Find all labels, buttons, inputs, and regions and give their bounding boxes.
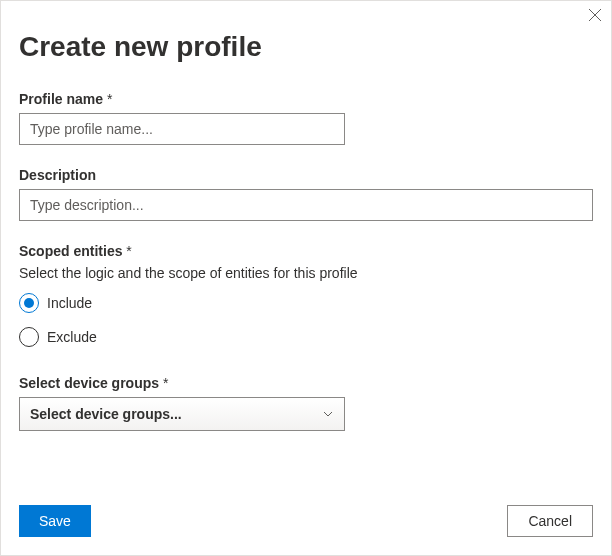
profile-name-input[interactable] xyxy=(19,113,345,145)
device-groups-dropdown[interactable]: Select device groups... xyxy=(19,397,345,431)
scoped-entities-help: Select the logic and the scope of entiti… xyxy=(19,265,593,281)
radio-dot-icon xyxy=(24,298,34,308)
description-label: Description xyxy=(19,167,593,183)
dialog-footer: Save Cancel xyxy=(19,505,593,537)
profile-name-field-group: Profile name xyxy=(19,91,593,145)
close-icon xyxy=(588,8,602,22)
dropdown-placeholder: Select device groups... xyxy=(30,406,182,422)
create-profile-dialog: Create new profile Profile name Descript… xyxy=(0,0,612,556)
device-groups-label: Select device groups xyxy=(19,375,593,391)
device-groups-field-group: Select device groups Select device group… xyxy=(19,375,593,431)
profile-name-label: Profile name xyxy=(19,91,593,107)
scoped-entities-radio-group: Include Exclude xyxy=(19,293,593,347)
radio-circle-icon xyxy=(19,293,39,313)
cancel-button[interactable]: Cancel xyxy=(507,505,593,537)
radio-label-exclude: Exclude xyxy=(47,329,97,345)
close-button[interactable] xyxy=(587,7,603,23)
chevron-down-icon xyxy=(322,408,334,420)
radio-label-include: Include xyxy=(47,295,92,311)
dialog-title: Create new profile xyxy=(19,31,593,63)
radio-option-include[interactable]: Include xyxy=(19,293,593,313)
scoped-entities-field-group: Scoped entities Select the logic and the… xyxy=(19,243,593,347)
radio-circle-icon xyxy=(19,327,39,347)
description-field-group: Description xyxy=(19,167,593,221)
scoped-entities-label: Scoped entities xyxy=(19,243,593,259)
radio-option-exclude[interactable]: Exclude xyxy=(19,327,593,347)
description-input[interactable] xyxy=(19,189,593,221)
save-button[interactable]: Save xyxy=(19,505,91,537)
